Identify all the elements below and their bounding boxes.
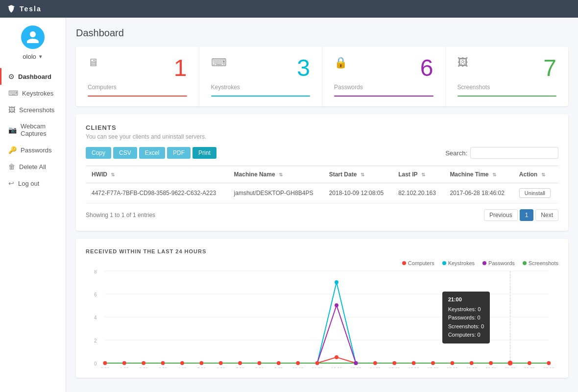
- csv-button[interactable]: CSV: [113, 147, 137, 159]
- svg-text:3:00: 3:00: [159, 367, 167, 368]
- main-layout: ololo ▼ ⊙ Dashboard ⌨ Keystrokes 🖼 Scree…: [0, 18, 578, 392]
- svg-text:5:00: 5:00: [197, 367, 206, 368]
- svg-text:19:00: 19:00: [466, 367, 477, 368]
- sidebar-item-screenshots[interactable]: 🖼 Screenshots: [0, 101, 66, 118]
- svg-text:8: 8: [94, 270, 97, 274]
- clients-table: HWID ⇅ Machine Name ⇅ Start Date ⇅ Last …: [86, 166, 558, 203]
- svg-text:22:00: 22:00: [524, 367, 535, 368]
- screenshots-stat-icon: 🖼: [458, 56, 468, 69]
- keystrokes-stat-icon: ⌨: [211, 56, 227, 69]
- clients-section: CLIENTS You can see your clients and uni…: [76, 114, 568, 231]
- svg-point-61: [354, 361, 358, 365]
- dashboard-icon: ⊙: [8, 73, 14, 80]
- sidebar-item-label: Webcam Captures: [21, 122, 59, 137]
- svg-point-42: [258, 361, 262, 365]
- svg-point-35: [122, 361, 126, 365]
- chart-title: RECEIVED WITHIN THE LAST 24 HOURS: [86, 248, 558, 254]
- svg-point-51: [431, 361, 435, 365]
- svg-point-49: [392, 361, 396, 365]
- screenshots-count: 7: [543, 56, 556, 80]
- passwords-label: Passwords: [334, 84, 434, 91]
- svg-point-53: [470, 361, 474, 365]
- tooltip-passwords: Passwords: 0: [448, 314, 484, 322]
- stat-card-screenshots: 🖼 7 Screenshots: [446, 47, 569, 106]
- cell-action: Uninstall: [513, 183, 558, 203]
- svg-text:4: 4: [94, 315, 97, 320]
- tooltip-computers: Computers: 0: [448, 331, 484, 340]
- passwords-count: 6: [420, 56, 434, 80]
- dropdown-arrow-icon: ▼: [38, 54, 43, 59]
- sidebar-item-logout[interactable]: ↩ Log out: [0, 175, 66, 192]
- search-label: Search:: [445, 149, 467, 157]
- col-action[interactable]: Action ⇅: [513, 166, 558, 183]
- uninstall-button[interactable]: Uninstall: [519, 188, 551, 198]
- previous-page-button[interactable]: Previous: [484, 209, 518, 221]
- sidebar-item-passwords[interactable]: 🔑 Passwords: [0, 142, 66, 158]
- keystrokes-icon: ⌨: [8, 89, 18, 97]
- svg-text:7:00: 7:00: [236, 367, 244, 368]
- sidebar-item-label: Passwords: [21, 147, 52, 154]
- table-toolbar: Copy CSV Excel PDF Print Search:: [86, 147, 558, 159]
- delete-icon: 🗑: [8, 163, 15, 171]
- search-input[interactable]: [470, 147, 558, 159]
- keystrokes-bar: [211, 96, 311, 97]
- svg-text:11:00: 11:00: [312, 367, 323, 368]
- username-label: ololo: [23, 53, 36, 60]
- tooltip-keystrokes: Keystrokes: 0: [448, 305, 484, 314]
- sidebar-item-dashboard[interactable]: ⊙ Dashboard: [0, 68, 66, 85]
- pdf-button[interactable]: PDF: [167, 147, 191, 159]
- svg-text:15:00: 15:00: [389, 367, 400, 368]
- webcam-icon: 📷: [8, 126, 17, 134]
- cell-machine-name: jamshut/DESKTOP-GH8B4PS: [228, 183, 323, 203]
- svg-text:9:00: 9:00: [274, 367, 283, 368]
- svg-point-57: [547, 361, 551, 365]
- svg-text:6:00: 6:00: [217, 367, 225, 368]
- svg-text:10:00: 10:00: [292, 367, 303, 368]
- svg-text:21:00: 21:00: [505, 367, 515, 368]
- pagination-buttons: Previous 1 Next: [484, 209, 558, 221]
- legend-keystrokes: Keystrokes: [442, 260, 475, 266]
- svg-point-60: [335, 303, 338, 307]
- logout-icon: ↩: [8, 179, 14, 187]
- svg-text:23:00: 23:00: [543, 367, 554, 368]
- username-dropdown[interactable]: ololo ▼: [23, 53, 43, 60]
- tooltip-screenshots: Screenshots: 0: [448, 322, 484, 331]
- svg-text:17:00: 17:00: [428, 367, 438, 368]
- computers-label: Computers: [88, 84, 187, 91]
- excel-button[interactable]: Excel: [139, 147, 165, 159]
- print-button[interactable]: Print: [193, 147, 217, 159]
- svg-point-38: [180, 361, 184, 365]
- sidebar-item-webcam[interactable]: 📷 Webcam Captures: [0, 118, 66, 142]
- chart-tooltip: 21:00 Keystrokes: 0 Passwords: 0 Screens…: [442, 292, 490, 343]
- screenshots-label: Screenshots: [458, 84, 557, 91]
- legend-screenshots: Screenshots: [523, 260, 558, 266]
- copy-button[interactable]: Copy: [86, 147, 111, 159]
- stat-card-computers: 🖥 1 Computers: [76, 47, 199, 106]
- svg-point-50: [412, 361, 416, 365]
- cell-machine-time: 2017-06-28 18:46:02: [444, 183, 513, 203]
- col-machine-name[interactable]: Machine Name ⇅: [228, 166, 323, 183]
- next-page-button[interactable]: Next: [535, 209, 558, 221]
- passwords-icon: 🔑: [8, 146, 17, 154]
- col-hwid[interactable]: HWID ⇅: [86, 166, 228, 183]
- col-start-date[interactable]: Start Date ⇅: [323, 166, 392, 183]
- svg-point-48: [373, 361, 377, 365]
- svg-point-58: [335, 280, 338, 284]
- page-title: Dashboard: [76, 27, 568, 39]
- clients-subtitle: You can see your clients and uninstall s…: [86, 133, 558, 140]
- keystrokes-legend-dot: [442, 261, 446, 265]
- table-row: 4472-F77A-7BFB-CD98-3585-9622-C632-A223 …: [86, 183, 558, 203]
- col-machine-time[interactable]: Machine Time ⇅: [444, 166, 513, 183]
- keystrokes-count: 3: [297, 56, 310, 80]
- svg-text:12:00: 12:00: [331, 367, 342, 368]
- svg-point-44: [296, 361, 300, 365]
- stat-card-keystrokes: ⌨ 3 Keystrokes: [199, 47, 323, 106]
- user-icon: [25, 30, 40, 45]
- page-1-button[interactable]: 1: [520, 209, 534, 221]
- sidebar-item-delete-all[interactable]: 🗑 Delete All: [0, 158, 66, 175]
- sidebar-item-keystrokes[interactable]: ⌨ Keystrokes: [0, 85, 66, 101]
- col-last-ip[interactable]: Last IP ⇅: [392, 166, 444, 183]
- cell-start-date: 2018-10-09 12:08:05: [323, 183, 392, 203]
- screenshots-icon: 🖼: [8, 106, 15, 114]
- sidebar-item-label: Screenshots: [19, 106, 54, 114]
